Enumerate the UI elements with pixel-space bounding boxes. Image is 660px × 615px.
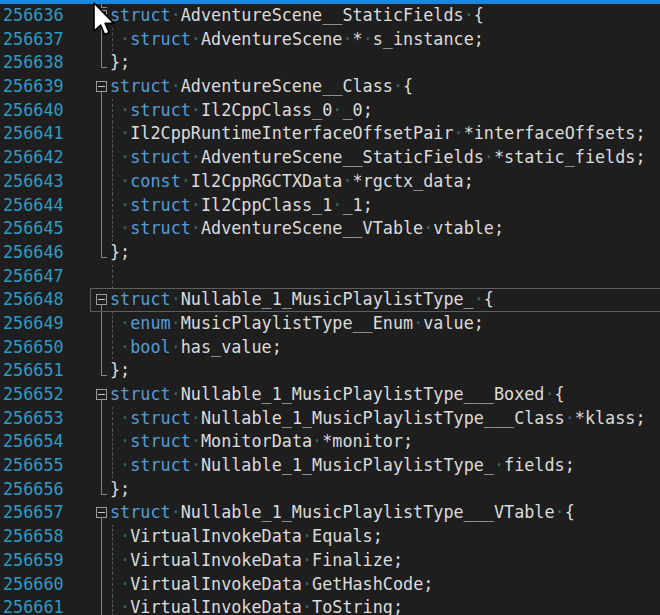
code-area[interactable]: 256636struct·AdventureScene__StaticField…: [0, 4, 660, 615]
code-line[interactable]: 256647: [0, 265, 660, 289]
whitespace-dot: ·: [494, 455, 504, 475]
code-token: struct: [130, 147, 191, 167]
line-number[interactable]: 256648: [0, 288, 90, 312]
fold-region-line: [101, 525, 102, 549]
whitespace-dot: ·: [454, 123, 464, 143]
code-token: ;: [403, 431, 413, 451]
code-token: struct: [110, 5, 171, 25]
fold-collapse-icon[interactable]: [96, 81, 107, 92]
code-line[interactable]: 256661 ·VirtualInvokeData·ToString;: [0, 596, 660, 615]
fold-region-line: [101, 359, 102, 375]
code-line[interactable]: 256654 ·struct·MonitorData·*monitor;: [0, 430, 660, 454]
whitespace-dot: ·: [171, 76, 181, 96]
code-token: Il2CppRGCTXData: [191, 171, 343, 191]
code-token: struct: [130, 29, 191, 49]
code-line[interactable]: 256651};: [0, 359, 660, 383]
code-line[interactable]: 256648struct·Nullable_1_MusicPlaylistTyp…: [0, 288, 660, 312]
fold-margin: [90, 549, 110, 573]
code-token: struct: [130, 195, 191, 215]
code-line[interactable]: 256643 ·const·Il2CppRGCTXData·*rgctx_dat…: [0, 170, 660, 194]
code-line[interactable]: 256657struct·Nullable_1_MusicPlaylistTyp…: [0, 501, 660, 525]
code-line[interactable]: 256642 ·struct·AdventureScene__StaticFie…: [0, 146, 660, 170]
line-number[interactable]: 256646: [0, 241, 90, 265]
line-number[interactable]: 256655: [0, 454, 90, 478]
code-token: interfaceOffsets: [474, 123, 636, 143]
line-number[interactable]: 256652: [0, 383, 90, 407]
code-line[interactable]: 256645 ·struct·AdventureScene__VTable·vt…: [0, 217, 660, 241]
line-number[interactable]: 256653: [0, 407, 90, 431]
line-number[interactable]: 256640: [0, 99, 90, 123]
line-number[interactable]: 256638: [0, 51, 90, 75]
line-number[interactable]: 256658: [0, 525, 90, 549]
fold-collapse-icon[interactable]: [96, 507, 107, 518]
code-line[interactable]: 256658 ·VirtualInvokeData·Equals;: [0, 525, 660, 549]
code-text: ·enum·MusicPlaylistType__Enum·value;: [110, 312, 660, 336]
code-token: ;: [635, 147, 645, 167]
code-line[interactable]: 256637 ·struct·AdventureScene·*·s_instan…: [0, 28, 660, 52]
code-token: ;: [363, 195, 373, 215]
line-number[interactable]: 256641: [0, 122, 90, 146]
code-text: struct·AdventureScene__StaticFields·{: [110, 4, 660, 28]
whitespace-dot: ·: [342, 29, 352, 49]
whitespace-dot: ·: [413, 313, 423, 333]
code-token: vtable: [433, 218, 494, 238]
code-token: struct: [110, 289, 171, 309]
code-line[interactable]: 256640 ·struct·Il2CppClass_0·_0;: [0, 99, 660, 123]
fold-region-line: [101, 122, 102, 146]
code-line[interactable]: 256636struct·AdventureScene__StaticField…: [0, 4, 660, 28]
whitespace-dot: ·: [191, 408, 201, 428]
line-number[interactable]: 256657: [0, 501, 90, 525]
line-number[interactable]: 256645: [0, 217, 90, 241]
line-number[interactable]: 256639: [0, 75, 90, 99]
line-number[interactable]: 256659: [0, 549, 90, 573]
code-line[interactable]: 256649 ·enum·MusicPlaylistType__Enum·val…: [0, 312, 660, 336]
code-line[interactable]: 256659 ·VirtualInvokeData·Finalize;: [0, 549, 660, 573]
code-line[interactable]: 256650 ·bool·has_value;: [0, 336, 660, 360]
line-number[interactable]: 256642: [0, 146, 90, 170]
line-number[interactable]: 256636: [0, 4, 90, 28]
code-line[interactable]: 256656};: [0, 478, 660, 502]
line-number[interactable]: 256651: [0, 359, 90, 383]
whitespace-dot: ·: [555, 502, 565, 522]
whitespace-dot: ·: [302, 526, 312, 546]
fold-collapse-icon[interactable]: [96, 294, 107, 305]
line-number[interactable]: 256643: [0, 170, 90, 194]
fold-margin: [90, 407, 110, 431]
line-number[interactable]: 256660: [0, 573, 90, 597]
code-line[interactable]: 256641 ·Il2CppRuntimeInterfaceOffsetPair…: [0, 122, 660, 146]
code-token: struct: [130, 431, 191, 451]
indent-guide: [112, 573, 113, 597]
line-number[interactable]: 256654: [0, 430, 90, 454]
code-line[interactable]: 256639struct·AdventureScene__Class·{: [0, 75, 660, 99]
code-token: struct: [110, 76, 171, 96]
line-number[interactable]: 256644: [0, 194, 90, 218]
line-number[interactable]: 256650: [0, 336, 90, 360]
fold-collapse-icon[interactable]: [96, 10, 107, 21]
code-text: ·struct·MonitorData·*monitor;: [110, 430, 660, 454]
whitespace-dot: ·: [110, 100, 130, 120]
line-number[interactable]: 256656: [0, 478, 90, 502]
fold-collapse-icon[interactable]: [96, 389, 107, 400]
whitespace-dot: ·: [302, 597, 312, 615]
code-line[interactable]: 256646};: [0, 241, 660, 265]
line-number[interactable]: 256661: [0, 596, 90, 615]
code-line[interactable]: 256644 ·struct·Il2CppClass_1·_1;: [0, 194, 660, 218]
code-token: Nullable_1_MusicPlaylistType___VTable: [181, 502, 555, 522]
whitespace-dot: ·: [191, 431, 201, 451]
line-number[interactable]: 256647: [0, 265, 90, 289]
code-line[interactable]: 256638};: [0, 51, 660, 75]
whitespace-dot: ·: [181, 171, 191, 191]
code-line[interactable]: 256652struct·Nullable_1_MusicPlaylistTyp…: [0, 383, 660, 407]
code-token: VirtualInvokeData: [130, 597, 302, 615]
fold-margin: [90, 194, 110, 218]
line-number[interactable]: 256637: [0, 28, 90, 52]
code-line[interactable]: 256660 ·VirtualInvokeData·GetHashCode;: [0, 573, 660, 597]
line-number[interactable]: 256649: [0, 312, 90, 336]
code-line[interactable]: 256655 ·struct·Nullable_1_MusicPlaylistT…: [0, 454, 660, 478]
code-token: Equals: [312, 526, 373, 546]
code-token: *: [494, 147, 504, 167]
whitespace-dot: ·: [332, 195, 342, 215]
code-token: VirtualInvokeData: [130, 526, 302, 546]
code-line[interactable]: 256653 ·struct·Nullable_1_MusicPlaylistT…: [0, 407, 660, 431]
whitespace-dot: ·: [171, 384, 181, 404]
